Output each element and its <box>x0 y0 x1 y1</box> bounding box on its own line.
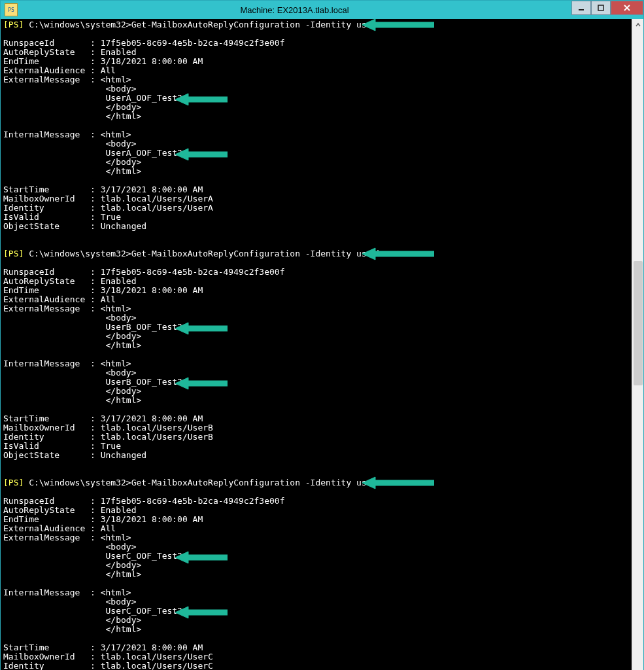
powershell-icon: PS <box>5 3 18 16</box>
svg-rect-1 <box>598 5 603 10</box>
close-button[interactable] <box>611 1 643 15</box>
svg-marker-5 <box>175 94 228 105</box>
svg-marker-8 <box>175 323 228 334</box>
scroll-up-arrow[interactable] <box>632 19 643 31</box>
svg-marker-7 <box>362 248 434 260</box>
annotation-arrow-icon <box>362 18 434 32</box>
window-controls <box>571 1 643 15</box>
svg-marker-11 <box>175 552 228 563</box>
annotation-arrow-icon <box>175 550 228 565</box>
svg-marker-12 <box>175 607 228 618</box>
annotation-arrow-icon <box>175 92 228 107</box>
console-window: PS Machine: EX2013A.tlab.local [PS] C:\w… <box>0 0 644 670</box>
annotation-arrow-icon <box>362 247 434 261</box>
scroll-thumb[interactable] <box>634 261 643 385</box>
annotation-arrow-icon <box>175 376 228 391</box>
maximize-button[interactable] <box>591 1 611 15</box>
annotation-arrow-icon <box>175 147 228 162</box>
ps-prompt-marker: [PS] <box>3 20 24 29</box>
annotation-arrow-icon <box>175 321 228 336</box>
minimize-button[interactable] <box>571 1 591 15</box>
annotation-arrow-icon <box>362 476 434 490</box>
ps-prompt-marker: [PS] <box>3 478 24 487</box>
svg-marker-4 <box>362 19 434 31</box>
console-output[interactable]: [PS] C:\windows\system32>Get-MailboxAuto… <box>1 19 632 670</box>
window-title: Machine: EX2013A.tlab.local <box>18 5 571 15</box>
svg-marker-10 <box>362 477 434 489</box>
vertical-scrollbar[interactable] <box>632 19 643 670</box>
annotation-arrow-icon <box>175 605 228 620</box>
svg-marker-9 <box>175 378 228 389</box>
svg-marker-6 <box>175 149 228 160</box>
window-titlebar[interactable]: PS Machine: EX2013A.tlab.local <box>1 1 643 19</box>
ps-prompt-marker: [PS] <box>3 249 24 258</box>
